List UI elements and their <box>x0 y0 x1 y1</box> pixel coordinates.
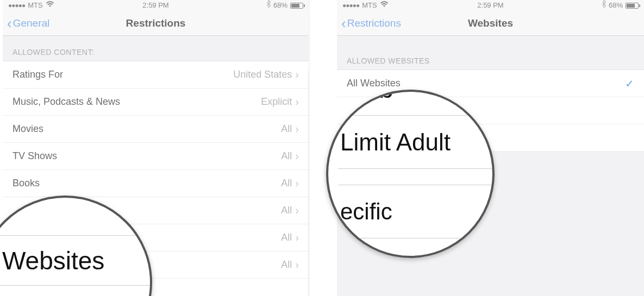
magnifier-text: Websites <box>0 236 152 286</box>
group-header: ALLOWED CONTENT: <box>3 36 309 61</box>
chevron-right-icon: › <box>295 123 299 135</box>
chevron-right-icon: › <box>295 68 299 81</box>
row-value: All <box>281 205 292 216</box>
row-label: Movies <box>12 123 43 135</box>
back-button[interactable]: ‹ Restrictions <box>337 16 401 30</box>
magnifier-text-main: Limit Adult <box>338 116 495 169</box>
wifi-icon <box>46 0 54 11</box>
wifi-icon <box>380 0 389 11</box>
chevron-right-icon: › <box>295 177 299 190</box>
magnifier-text-bottom: ecific <box>338 185 495 238</box>
row-value: All <box>281 123 292 135</box>
row-label: TV Shows <box>12 150 57 162</box>
clock: 2:59 PM <box>142 0 168 11</box>
battery-pct: 68% <box>273 0 287 11</box>
back-label: General <box>13 17 50 29</box>
row-books[interactable]: Books All› <box>3 170 309 197</box>
chevron-right-icon: › <box>295 231 299 244</box>
battery-icon <box>290 3 303 9</box>
signal-dots-icon: ●●●●● <box>8 0 25 11</box>
clock: 2:59 PM <box>477 0 503 11</box>
back-button[interactable]: ‹ General <box>3 16 49 30</box>
chevron-right-icon: › <box>295 259 299 271</box>
status-bar: ●●●●● MTS 2:59 PM 68% <box>337 0 644 11</box>
scroll-shadow <box>307 71 309 296</box>
chevron-right-icon: › <box>295 204 299 217</box>
row-value: All <box>281 178 292 189</box>
nav-bar: ‹ General Restrictions <box>3 11 309 36</box>
battery-icon <box>626 3 639 9</box>
row-all-websites[interactable]: All Websites ✓ <box>337 70 644 97</box>
row-music[interactable]: Music, Podcasts & News Explicit› <box>3 89 309 116</box>
page-title: Restrictions <box>126 17 186 29</box>
check-icon: ✓ <box>625 77 634 90</box>
bluetooth-icon <box>266 0 271 11</box>
magnifier-right: Web Limit Adult ecific <box>326 90 495 258</box>
chevron-left-icon: ‹ <box>341 16 346 30</box>
row-value: All <box>281 232 292 243</box>
row-label: All Websites <box>347 78 401 89</box>
row-movies[interactable]: Movies All› <box>3 116 309 143</box>
row-tvshows[interactable]: TV Shows All› <box>3 143 309 170</box>
chevron-right-icon: › <box>295 150 299 162</box>
row-label: Ratings For <box>12 69 63 80</box>
carrier-label: MTS <box>28 0 42 11</box>
page-title: Websites <box>468 17 513 29</box>
row-label: Books <box>12 178 40 189</box>
row-ratings-for[interactable]: Ratings For United States› <box>3 61 309 89</box>
row-value: United States <box>233 69 292 80</box>
battery-pct: 68% <box>609 0 623 11</box>
chevron-right-icon: › <box>295 96 299 108</box>
status-bar: ●●●●● MTS 2:59 PM 68% <box>3 0 309 11</box>
row-value: All <box>281 259 292 270</box>
signal-dots-icon: ●●●●● <box>342 0 359 11</box>
row-value: All <box>281 150 292 162</box>
nav-bar: ‹ Restrictions Websites <box>337 11 644 36</box>
row-value: Explicit <box>261 96 292 108</box>
back-label: Restrictions <box>347 17 401 29</box>
row-label: Music, Podcasts & News <box>12 96 120 108</box>
chevron-left-icon: ‹ <box>7 16 12 30</box>
carrier-label: MTS <box>362 0 377 11</box>
group-header: ALLOWED WEBSITES <box>337 36 644 70</box>
bluetooth-icon <box>602 0 606 11</box>
